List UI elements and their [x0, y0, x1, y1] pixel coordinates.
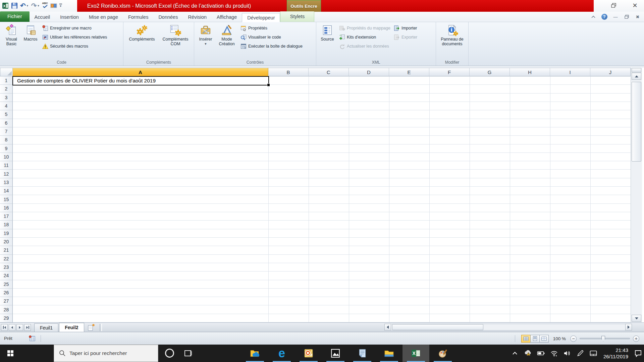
tab-mise-en-page[interactable]: Mise en page — [84, 13, 123, 22]
grid-row[interactable] — [13, 221, 631, 229]
grid-row[interactable] — [13, 153, 631, 161]
grid-row[interactable] — [13, 102, 631, 110]
row-header-11[interactable]: 11 — [0, 161, 13, 170]
button-visualiser-le-code[interactable]: Visualiser le code — [239, 34, 304, 41]
taskbar-clock[interactable]: 21:4326/11/2019 — [603, 347, 628, 360]
row-header-17[interactable]: 17 — [0, 212, 13, 221]
grid-row[interactable] — [13, 136, 631, 144]
row-header-8[interactable]: 8 — [0, 136, 13, 144]
grid-row[interactable] — [13, 144, 631, 153]
close-window-button[interactable]: × — [631, 2, 639, 9]
tab-developpeur[interactable]: Développeur — [242, 13, 280, 22]
grid-row[interactable] — [13, 212, 631, 221]
tab-affichage[interactable]: Affichage — [212, 13, 242, 22]
row-header-23[interactable]: 23 — [0, 263, 13, 272]
tab-scrollbar-splitter[interactable] — [100, 324, 102, 331]
next-sheet-button[interactable] — [16, 324, 23, 331]
grid-row[interactable] — [13, 238, 631, 246]
row-header-4[interactable]: 4 — [0, 102, 13, 110]
tab-donnees[interactable]: Données — [153, 13, 183, 22]
sheet-tab-feuil2[interactable]: Feuil2 — [59, 323, 84, 332]
column-header-j[interactable]: J — [590, 68, 631, 76]
grid-row[interactable] — [13, 305, 631, 314]
normal-view-button[interactable] — [521, 335, 531, 343]
close-workbook-icon[interactable]: ✖ — [635, 14, 641, 20]
cortana-icon[interactable] — [165, 349, 174, 358]
search-input[interactable] — [69, 350, 153, 356]
row-header-29[interactable]: 29 — [0, 314, 13, 322]
restore-window-button[interactable] — [610, 2, 617, 9]
taskbar-app-edge[interactable]: e — [268, 345, 295, 362]
row-header-6[interactable]: 6 — [0, 119, 13, 127]
button-inserer[interactable]: Insérer▼ — [196, 23, 215, 46]
grid-row[interactable] — [13, 255, 631, 263]
insert-worksheet-icon[interactable] — [86, 323, 97, 331]
form-toolbar-button[interactable] — [50, 2, 57, 9]
taskbar-app-outlook[interactable] — [295, 345, 322, 362]
collapse-ribbon-icon[interactable] — [590, 14, 596, 20]
redo-button[interactable]: ↷▼ — [31, 2, 40, 9]
row-header-15[interactable]: 15 — [0, 195, 13, 203]
minimize-workbook-icon[interactable]: — — [612, 14, 619, 20]
save-button[interactable] — [11, 2, 18, 9]
grid-row[interactable] — [13, 263, 631, 272]
excel-logo-button[interactable]: X — [2, 2, 9, 9]
grid-row[interactable] — [13, 297, 631, 305]
row-header-10[interactable]: 10 — [0, 153, 13, 161]
row-header-20[interactable]: 20 — [0, 238, 13, 246]
button-panneau-de-documents[interactable]: Panneau de documents — [438, 23, 467, 46]
row-header-21[interactable]: 21 — [0, 246, 13, 254]
row-header-14[interactable]: 14 — [0, 187, 13, 195]
undo-button[interactable]: ↶▼ — [20, 2, 29, 9]
grid-row[interactable] — [13, 94, 631, 102]
row-header-26[interactable]: 26 — [0, 289, 13, 297]
tray-battery-icon[interactable] — [537, 349, 545, 358]
tray-volume-icon[interactable] — [563, 349, 572, 358]
tray-pen-icon[interactable] — [576, 349, 585, 358]
grid-row[interactable] — [13, 272, 631, 280]
sheet-tab-feuil1[interactable]: Feuil1 — [34, 323, 58, 332]
button-complements[interactable]: Compléments — [125, 23, 159, 42]
column-header-f[interactable]: F — [429, 68, 470, 76]
grid-row[interactable] — [13, 127, 631, 136]
column-header-b[interactable]: B — [268, 68, 309, 76]
zoom-in-button[interactable]: + — [633, 336, 639, 342]
vertical-scroll-thumb[interactable] — [632, 82, 641, 162]
row-header-16[interactable]: 16 — [0, 204, 13, 212]
row-header-2[interactable]: 2 — [0, 85, 13, 93]
grid-row[interactable] — [13, 110, 631, 119]
active-cell-a1[interactable]: Gestion de comptes de OLIVIER Potier du … — [12, 76, 269, 85]
zoom-slider-thumb[interactable] — [601, 336, 605, 342]
tab-revision[interactable]: Révision — [183, 13, 212, 22]
grid-row[interactable] — [13, 161, 631, 170]
row-header-5[interactable]: 5 — [0, 110, 13, 119]
row-header-9[interactable]: 9 — [0, 144, 13, 153]
button-utiliser-les-references-relatives[interactable]: Utiliser les références relatives — [41, 34, 108, 41]
button-proprietes[interactable]: Propriétés — [239, 25, 304, 32]
button-executer-la-boite-de-dialogue[interactable]: Exécuter la boîte de dialogue — [239, 43, 304, 50]
column-header-i[interactable]: I — [550, 68, 590, 76]
select-all-corner[interactable] — [0, 68, 13, 76]
page-layout-view-button[interactable] — [530, 335, 540, 343]
zoom-level[interactable]: 100 % — [553, 336, 566, 341]
column-header-c[interactable]: C — [309, 68, 349, 76]
taskbar-app-file-explorer[interactable] — [376, 345, 402, 362]
dropdown-arrow-icon[interactable]: ▼ — [204, 42, 207, 46]
grid-row[interactable] — [13, 170, 631, 178]
tray-wifi-icon[interactable] — [550, 349, 558, 358]
column-header-h[interactable]: H — [510, 68, 550, 76]
taskbar-app-journal[interactable] — [349, 345, 376, 362]
zoom-out-button[interactable]: − — [570, 336, 577, 342]
qat-customize-button[interactable]: ▼ — [59, 4, 62, 8]
vertical-scrollbar[interactable] — [631, 68, 642, 322]
button-source[interactable]: Source — [318, 23, 337, 42]
scroll-down-button[interactable] — [632, 315, 641, 322]
grid-row[interactable] — [13, 229, 631, 238]
button-visual-basic[interactable]: Visual Basic — [2, 23, 21, 46]
grid-row[interactable] — [13, 314, 631, 322]
cells-area[interactable]: Gestion de comptes de OLIVIER Potier du … — [13, 76, 631, 322]
tab-fichier[interactable]: Fichier — [0, 11, 30, 22]
horizontal-scrollbar[interactable] — [384, 323, 632, 331]
column-header-g[interactable]: G — [470, 68, 510, 76]
grid-row[interactable] — [13, 195, 631, 203]
